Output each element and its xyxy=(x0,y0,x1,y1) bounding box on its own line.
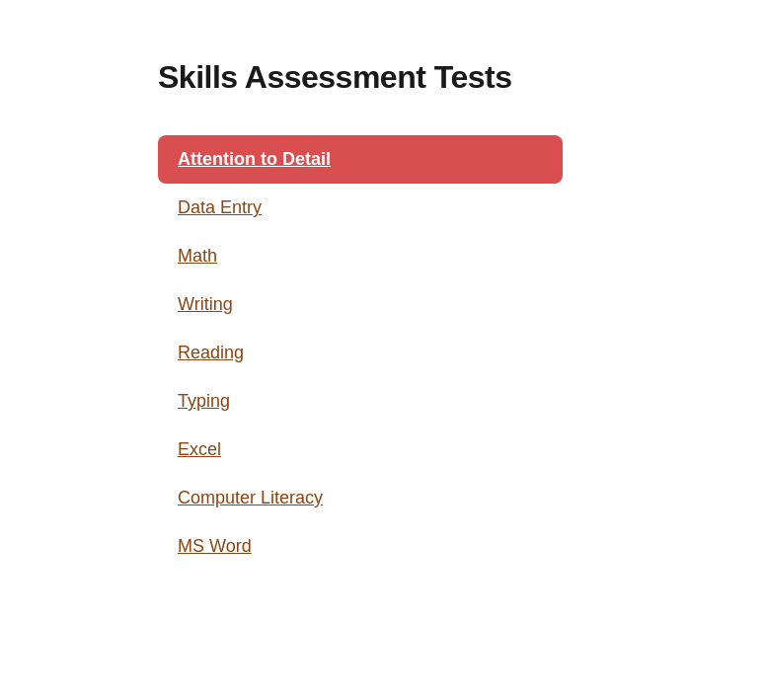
skill-item-data-entry[interactable]: Data Entry xyxy=(158,184,563,232)
skill-item-typing[interactable]: Typing xyxy=(158,377,563,426)
skill-item-writing[interactable]: Writing xyxy=(158,280,563,329)
skill-item-math[interactable]: Math xyxy=(158,232,563,280)
skill-item-reading[interactable]: Reading xyxy=(158,329,563,377)
skill-item-attention-to-detail[interactable]: Attention to Detail xyxy=(158,135,563,184)
skill-item-ms-word[interactable]: MS Word xyxy=(158,522,563,571)
page-title: Skills Assessment Tests xyxy=(158,59,691,96)
main-container: Skills Assessment Tests Attention to Det… xyxy=(0,0,691,610)
skill-item-computer-literacy[interactable]: Computer Literacy xyxy=(158,474,563,522)
skill-item-excel[interactable]: Excel xyxy=(158,426,563,474)
skills-list: Attention to DetailData EntryMathWriting… xyxy=(158,135,563,571)
